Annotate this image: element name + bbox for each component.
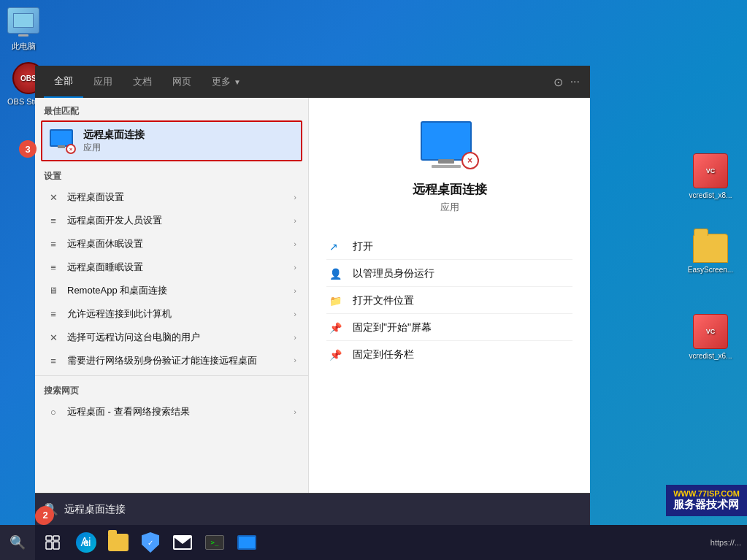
action-pin-taskbar[interactable]: 📌 固定到任务栏 xyxy=(326,342,572,367)
mail-btn[interactable] xyxy=(166,526,199,559)
settings-item-1[interactable]: ✕ 远程桌面设置 › xyxy=(35,185,308,209)
web-search-arrow: › xyxy=(294,407,296,416)
task-view-btn[interactable] xyxy=(35,525,70,560)
tab-more[interactable]: 更多 ▼ xyxy=(202,66,251,98)
web-search-label: 搜索网页 xyxy=(35,379,308,400)
desktop-icon-vcredist86[interactable]: VC vcredist_x8... xyxy=(681,153,740,199)
separator xyxy=(35,375,308,376)
security-icon: ✓ xyxy=(142,532,159,553)
app-actions: ↗ 打开 👤 以管理员身份运行 📁 打开文件位置 📌 固定到"开始"屏幕 📌 xyxy=(326,234,572,367)
settings-item-8[interactable]: ≡ 需要进行网络级别身份验证才能连接远程桌面 › xyxy=(35,349,308,372)
right-panel: × 远程桌面连接 应用 ↗ 打开 👤 以管理员身份运行 📁 打开文件位置 xyxy=(309,98,590,517)
desktop-icon-vcredist64[interactable]: VC vcredist_x6... xyxy=(681,314,740,360)
terminal-icon: >_ xyxy=(205,535,224,550)
arrow-7: › xyxy=(294,333,296,342)
search-tabs-bar: 全部 应用 文档 网页 更多 ▼ ⊙ ··· xyxy=(35,66,590,98)
best-match-name: 远程桌面连接 xyxy=(83,129,145,142)
settings-item-2[interactable]: ≡ 远程桌面开发人员设置 › xyxy=(35,209,308,232)
tab-apps[interactable]: 应用 xyxy=(83,66,123,98)
search-options-icon[interactable]: ··· xyxy=(570,75,580,88)
rdp-taskbar-btn[interactable] xyxy=(231,526,263,559)
svg-rect-1 xyxy=(53,536,59,540)
desktop-icon-pc[interactable]: 此电脑 xyxy=(7,7,39,52)
web-search-item[interactable]: ○ 远程桌面 - 查看网络搜索结果 › xyxy=(35,400,308,423)
app-preview-icon: × xyxy=(421,121,479,172)
search-taskbar-icon: 🔍 xyxy=(9,534,26,551)
settings-icon-6: ≡ xyxy=(47,309,60,320)
pin-start-icon: 📌 xyxy=(329,322,345,334)
pc-label: 此电脑 xyxy=(12,41,36,52)
action-admin[interactable]: 👤 以管理员身份运行 xyxy=(326,261,572,287)
easyscreen-label: EasyScreen... xyxy=(688,266,733,274)
settings-icon-7: ✕ xyxy=(47,332,60,343)
search-taskbar-btn[interactable]: 🔍 xyxy=(0,525,35,560)
file-location-icon: 📁 xyxy=(329,295,345,307)
arrow-2: › xyxy=(294,216,296,225)
settings-text-7: 选择可远程访问这台电脑的用户 xyxy=(67,331,286,344)
app-preview-type: 应用 xyxy=(440,201,459,214)
search-content: 最佳匹配 × 远程桌面连接 应用 设置 xyxy=(35,98,590,517)
settings-icon-1: ✕ xyxy=(47,192,60,203)
arrow-4: › xyxy=(294,263,296,272)
settings-text-2: 远程桌面开发人员设置 xyxy=(67,214,286,227)
pin-taskbar-text: 固定到任务栏 xyxy=(353,348,414,361)
watermark: WWW.77ISP.COM 服务器技术网 xyxy=(666,485,747,516)
rdp-taskbar-icon xyxy=(237,535,256,550)
settings-item-6[interactable]: ≡ 允许远程连接到此计算机 › xyxy=(35,302,308,326)
svg-rect-0 xyxy=(46,536,52,540)
arrow-5: › xyxy=(294,286,296,295)
search-box-bottom: 🔍 xyxy=(35,493,590,525)
desktop-icon-easyscreen[interactable]: EasyScreen... xyxy=(681,234,740,274)
action-file-location[interactable]: 📁 打开文件位置 xyxy=(326,288,572,314)
vcredist64-label: vcredist_x6... xyxy=(689,352,732,360)
security-btn[interactable]: ✓ xyxy=(134,526,166,559)
left-panel: 最佳匹配 × 远程桌面连接 应用 设置 xyxy=(35,98,309,517)
mail-icon xyxy=(173,535,192,550)
arrow-1: › xyxy=(294,193,296,202)
settings-item-7[interactable]: ✕ 选择可远程访问这台电脑的用户 › xyxy=(35,326,308,349)
tab-web[interactable]: 网页 xyxy=(162,66,202,98)
settings-text-6: 允许远程连接到此计算机 xyxy=(67,307,286,321)
taskbar-url: https://... xyxy=(710,538,741,547)
best-match-item[interactable]: × 远程桌面连接 应用 xyxy=(41,120,302,161)
pin-taskbar-icon: 📌 xyxy=(329,349,345,361)
action-pin-start[interactable]: 📌 固定到"开始"屏幕 xyxy=(326,315,572,341)
rdp-icon: × xyxy=(50,128,76,154)
svg-rect-2 xyxy=(46,542,52,549)
admin-icon: 👤 xyxy=(329,268,345,280)
file-explorer-btn[interactable] xyxy=(102,526,134,559)
settings-text-4: 远程桌面睡眠设置 xyxy=(67,261,286,274)
admin-text: 以管理员身份运行 xyxy=(353,267,434,280)
settings-item-4[interactable]: ≡ 远程桌面睡眠设置 › xyxy=(35,256,308,279)
settings-item-5[interactable]: 🖥 RemoteApp 和桌面连接 › xyxy=(35,279,308,302)
desktop: 此电脑 OBS OBS Studio VC vcredist_x8... Eas… xyxy=(0,0,747,560)
terminal-btn[interactable]: >_ xyxy=(199,526,231,559)
pin-start-text: 固定到"开始"屏幕 xyxy=(353,321,432,334)
svg-rect-3 xyxy=(53,542,59,549)
search-camera-icon[interactable]: ⊙ xyxy=(553,75,563,89)
watermark-bottom: 服务器技术网 xyxy=(673,498,740,512)
settings-label: 设置 xyxy=(35,164,308,185)
badge-3: 3 xyxy=(19,140,37,158)
settings-item-3[interactable]: ≡ 远程桌面休眠设置 › xyxy=(35,232,308,256)
settings-text-8: 需要进行网络级别身份验证才能连接远程桌面 xyxy=(67,354,286,367)
search-input[interactable] xyxy=(64,504,581,515)
settings-text-1: 远程桌面设置 xyxy=(67,191,286,204)
web-search-text: 远程桌面 - 查看网络搜索结果 xyxy=(67,405,286,418)
best-match-type: 应用 xyxy=(83,142,145,154)
taskbar-right: https://... xyxy=(705,538,747,547)
task-view-icon xyxy=(45,535,60,550)
badge-2: 2 xyxy=(37,506,54,523)
vcredist86-label: vcredist_x8... xyxy=(689,191,732,199)
settings-icon-5: 🖥 xyxy=(47,285,60,296)
action-open[interactable]: ↗ 打开 xyxy=(326,234,572,260)
tab-docs[interactable]: 文档 xyxy=(123,66,162,98)
arrow-3: › xyxy=(294,239,296,248)
tab-all[interactable]: 全部 xyxy=(44,66,83,98)
taskbar: 🔍 e ✓ xyxy=(0,525,747,560)
arrow-8: › xyxy=(294,356,296,364)
watermark-top: WWW.77ISP.COM xyxy=(673,489,740,498)
settings-text-3: 远程桌面休眠设置 xyxy=(67,237,286,250)
search-web-icon: ○ xyxy=(47,407,60,418)
ai-label: Ai xyxy=(69,528,102,557)
